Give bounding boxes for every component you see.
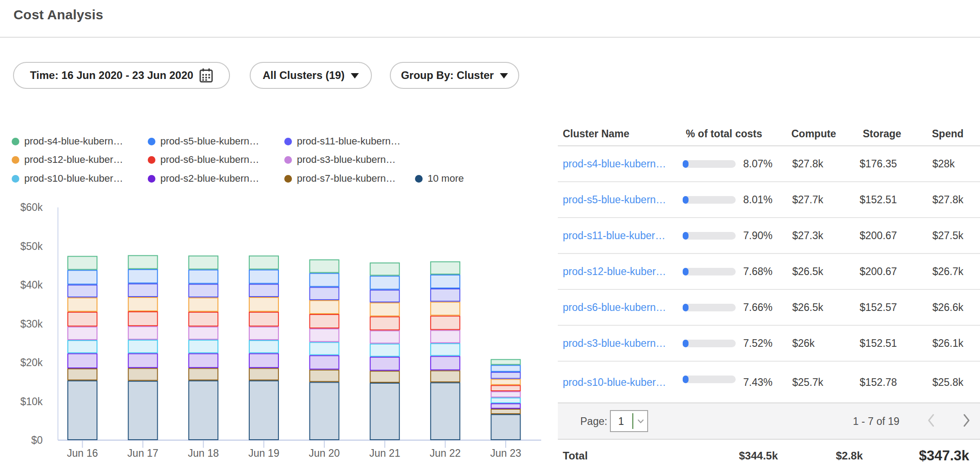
legend-item[interactable]: prod-s3-blue-kubern… (284, 155, 396, 164)
bar-segment-prod-s12-blue-kuber[interactable] (310, 301, 339, 314)
bar-segment-prod-s7-blue-kubern[interactable] (310, 370, 339, 382)
bar-segment-prod-s12-blue-kuber[interactable] (68, 298, 97, 311)
legend-item[interactable]: prod-s2-blue-kubern… (148, 174, 259, 183)
bar-segment-prod-s3-blue-kubern[interactable] (68, 327, 97, 340)
cluster-name-link[interactable]: prod-s12-blue-kuber… (563, 266, 666, 278)
bar-segment-prod-s2-blue-kubern[interactable] (491, 404, 520, 408)
bar-segment-prod-s6-blue-kubern[interactable] (68, 312, 97, 326)
bar-segment-prod-s11-blue-kubern[interactable] (491, 372, 520, 379)
bar-segment-prod-s5-blue-kubern[interactable] (189, 270, 218, 284)
bar-segment-prod-s11-blue-kubern[interactable] (68, 285, 97, 297)
bar-segment-prod-s4-blue-kubern[interactable] (370, 263, 399, 275)
cluster-name-link[interactable]: prod-s3-blue-kubern… (563, 337, 666, 350)
bar-segment-prod-s5-blue-kubern[interactable] (370, 276, 399, 289)
bar-segment-prod-s4-blue-kubern[interactable] (491, 359, 520, 364)
cluster-name-link[interactable]: prod-s5-blue-kubern… (563, 194, 666, 206)
bar-segment-prod-s6-blue-kubern[interactable] (249, 312, 278, 326)
page-select[interactable]: 1 (610, 410, 648, 432)
bar-segment-prod-s6-blue-kubern[interactable] (189, 312, 218, 326)
legend-item[interactable]: prod-s10-blue-kuber… (12, 174, 123, 183)
bar-segment-prod-s12-blue-kuber[interactable] (431, 302, 460, 315)
legend-item[interactable]: prod-s12-blue-kuber… (12, 155, 123, 164)
bar-segment-prod-s11-blue-kubern[interactable] (370, 290, 399, 302)
bar-segment-prod-s6-blue-kubern[interactable] (128, 312, 158, 326)
previous-page-button[interactable] (927, 413, 935, 429)
legend-item[interactable]: prod-s5-blue-kubern… (148, 137, 259, 146)
legend-item[interactable]: prod-s6-blue-kubern… (148, 155, 259, 164)
legend-item[interactable]: prod-s11-blue-kubern… (284, 137, 401, 146)
bar-segment-prod-s5-blue-kubern[interactable] (249, 270, 278, 284)
bar-segment-prod-s10-blue-kuber[interactable] (68, 341, 97, 353)
bar-segment-10-more[interactable] (431, 383, 460, 440)
bar-segment-10-more[interactable] (189, 381, 218, 440)
bar-segment-prod-s2-blue-kubern[interactable] (370, 357, 399, 370)
bar-segment-prod-s2-blue-kubern[interactable] (431, 356, 460, 370)
bar-segment-prod-s12-blue-kuber[interactable] (491, 379, 520, 385)
bar-segment-prod-s11-blue-kubern[interactable] (249, 284, 278, 297)
bar-segment-prod-s2-blue-kubern[interactable] (128, 354, 158, 367)
next-page-button[interactable] (962, 413, 971, 429)
bar-segment-prod-s2-blue-kubern[interactable] (68, 354, 97, 368)
bar-segment-prod-s10-blue-kuber[interactable] (491, 398, 520, 403)
bar-segment-prod-s11-blue-kubern[interactable] (431, 289, 460, 301)
bar-segment-prod-s4-blue-kubern[interactable] (68, 256, 97, 269)
bar-segment-prod-s12-blue-kuber[interactable] (249, 297, 278, 311)
bar-segment-prod-s11-blue-kubern[interactable] (310, 288, 339, 300)
bar-segment-prod-s6-blue-kubern[interactable] (491, 385, 520, 391)
bar-segment-prod-s6-blue-kubern[interactable] (310, 315, 339, 328)
bar-segment-prod-s4-blue-kubern[interactable] (310, 260, 339, 272)
bar-segment-prod-s10-blue-kuber[interactable] (189, 340, 218, 353)
bar-segment-prod-s5-blue-kubern[interactable] (431, 275, 460, 288)
cluster-name-link[interactable]: prod-s11-blue-kuber… (563, 230, 665, 242)
bar-segment-prod-s4-blue-kubern[interactable] (128, 256, 158, 269)
bar-segment-prod-s6-blue-kubern[interactable] (370, 317, 399, 330)
bar-segment-prod-s3-blue-kubern[interactable] (128, 327, 158, 339)
bar-segment-prod-s7-blue-kubern[interactable] (370, 371, 399, 382)
legend-item[interactable]: 10 more (415, 174, 464, 183)
bar-segment-prod-s4-blue-kubern[interactable] (431, 262, 460, 274)
bar-segment-prod-s4-blue-kubern[interactable] (249, 256, 278, 269)
bar-segment-prod-s12-blue-kuber[interactable] (128, 297, 158, 311)
bar-segment-prod-s3-blue-kubern[interactable] (431, 330, 460, 342)
bar-segment-prod-s7-blue-kubern[interactable] (68, 369, 97, 380)
bar-segment-prod-s10-blue-kuber[interactable] (310, 342, 339, 354)
bar-segment-prod-s4-blue-kubern[interactable] (189, 256, 218, 269)
bar-segment-10-more[interactable] (128, 381, 158, 440)
bar-segment-prod-s10-blue-kuber[interactable] (370, 344, 399, 356)
bar-segment-prod-s3-blue-kubern[interactable] (370, 331, 399, 343)
bar-segment-prod-s2-blue-kubern[interactable] (310, 356, 339, 369)
legend-item[interactable]: prod-s4-blue-kubern… (12, 137, 123, 146)
cluster-name-link[interactable]: prod-s10-blue-kuber… (563, 376, 666, 388)
bar-segment-prod-s5-blue-kubern[interactable] (491, 365, 520, 371)
bar-segment-prod-s12-blue-kuber[interactable] (189, 298, 218, 311)
bar-segment-prod-s12-blue-kuber[interactable] (370, 303, 399, 316)
bar-segment-prod-s10-blue-kuber[interactable] (431, 344, 460, 356)
cluster-name-link[interactable]: prod-s4-blue-kubern… (563, 158, 666, 170)
bar-segment-10-more[interactable] (310, 382, 339, 440)
bar-segment-prod-s2-blue-kubern[interactable] (249, 354, 278, 367)
bar-segment-prod-s5-blue-kubern[interactable] (310, 273, 339, 286)
bar-segment-prod-s11-blue-kubern[interactable] (189, 284, 218, 297)
bar-segment-prod-s10-blue-kuber[interactable] (128, 340, 158, 353)
bar-segment-prod-s7-blue-kubern[interactable] (491, 409, 520, 414)
bar-segment-prod-s7-blue-kubern[interactable] (249, 368, 278, 380)
bar-segment-10-more[interactable] (68, 381, 97, 440)
bar-segment-prod-s2-blue-kubern[interactable] (189, 354, 218, 367)
bar-segment-prod-s3-blue-kubern[interactable] (310, 329, 339, 341)
bar-segment-prod-s7-blue-kubern[interactable] (128, 368, 158, 380)
bar-segment-10-more[interactable] (370, 383, 399, 440)
bar-segment-prod-s5-blue-kubern[interactable] (68, 270, 97, 284)
cluster-name-link[interactable]: prod-s6-blue-kubern… (563, 302, 666, 314)
bar-segment-prod-s3-blue-kubern[interactable] (491, 392, 520, 397)
bar-segment-prod-s11-blue-kubern[interactable] (128, 284, 158, 297)
bar-segment-prod-s5-blue-kubern[interactable] (128, 270, 158, 283)
bar-segment-10-more[interactable] (249, 381, 278, 440)
bar-segment-prod-s3-blue-kubern[interactable] (189, 327, 218, 339)
legend-item[interactable]: prod-s7-blue-kubern… (284, 174, 396, 183)
bar-segment-prod-s7-blue-kubern[interactable] (189, 368, 218, 380)
bar-segment-prod-s10-blue-kuber[interactable] (249, 341, 278, 353)
bar-segment-prod-s6-blue-kubern[interactable] (431, 316, 460, 329)
bar-segment-prod-s3-blue-kubern[interactable] (249, 327, 278, 340)
bar-segment-10-more[interactable] (491, 415, 520, 440)
bar-segment-prod-s7-blue-kubern[interactable] (431, 371, 460, 382)
